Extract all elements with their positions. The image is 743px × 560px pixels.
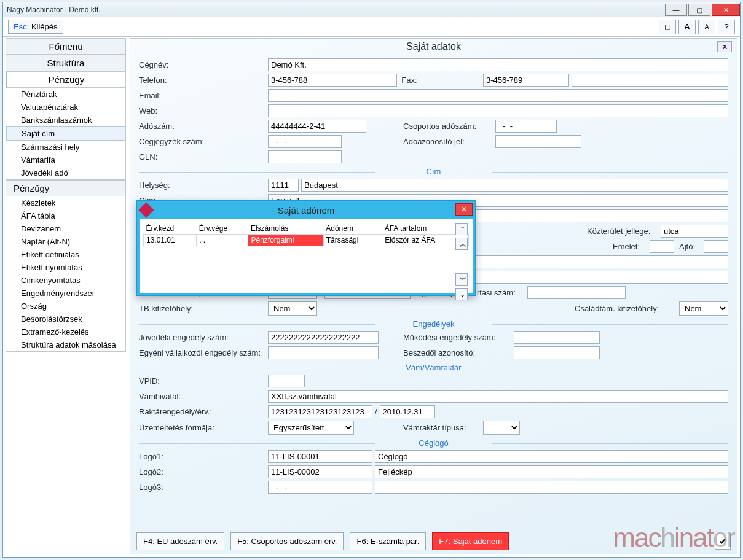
scroll-down-icon[interactable]: ︾ [455,273,468,286]
beszed-field[interactable] [514,346,600,359]
sidebar-item-devizanem[interactable]: Devizanem [6,222,125,235]
egyeni-field[interactable] [268,346,379,359]
confirm-check-button[interactable]: ✔ [715,534,731,550]
col-adonem[interactable]: Adónem [323,223,382,235]
label-fax: Fax: [397,76,422,85]
tb-kifiz-select[interactable]: Nem [268,301,317,316]
sidebar-item-besorolastorzsek[interactable]: Besorolástörzsek [6,313,125,325]
logo1-name-field[interactable] [375,450,728,463]
sidebar-item-struktura-adatok-masolasa[interactable]: Struktúra adatok másolása [6,338,125,351]
minimize-button[interactable]: — [665,4,687,16]
sidebar-item-bankszamlaszamok[interactable]: Bankszámlaszámok [6,114,125,126]
f5-button[interactable]: F5: Csoportos adószám érv. [230,532,344,550]
col-ervvege[interactable]: Érv.vége [197,223,248,235]
helyseg-field[interactable] [301,179,728,192]
sidebar-subheader-penzugy[interactable]: Pénzügy [6,180,126,196]
toolbar-help-icon[interactable]: ? [718,20,735,34]
label-logo3: Logó3: [139,483,268,492]
logo2-name-field[interactable] [375,465,728,478]
helyseg-irsz-field[interactable] [268,179,299,192]
sidebar-item-vamtarifa[interactable]: Vámtarifa [6,154,125,166]
sidebar-item-keszletek[interactable]: Készletek [6,196,125,209]
table-row[interactable]: 13.01.01 . . Pénzforgalmi Társasági Elős… [144,235,469,246]
scroll-up-icon[interactable]: ︽ [455,238,468,250]
label-kozterulet: Közterület jellege: [587,227,661,236]
toolbar-square-icon[interactable]: ◻ [659,20,676,34]
csalad-select[interactable]: Nem [679,301,728,316]
dialog-titlebar[interactable]: Saját adónem ✕ [137,201,475,219]
maximize-button[interactable]: ▢ [688,4,710,16]
vamtip-select[interactable] [483,421,520,435]
f4-button[interactable]: F4: EU adószám érv. [136,532,224,550]
fax-field-2[interactable] [572,74,728,87]
cegnev-field[interactable] [268,58,728,71]
ajto-field[interactable] [704,240,728,253]
f6-button[interactable]: F6: E-számla par. [350,532,426,550]
sidebar-item-szarmazasi-hely[interactable]: Származási hely [6,141,125,154]
vpid-field[interactable] [268,375,305,387]
col-elszamolas[interactable]: Elszámolás [248,223,323,235]
logo2-code-field[interactable] [268,465,372,478]
adoszam-field[interactable] [268,120,366,133]
email-field[interactable] [268,89,728,102]
group-vam: Vám/Vámraktár [139,363,728,372]
sidebar-item-sajat-cim[interactable]: Saját cím [6,126,125,141]
vamhiv-field[interactable] [268,390,728,403]
emelet-field[interactable] [650,240,674,253]
label-egyeni: Egyéni vállalkozói engedély szám: [139,348,268,357]
fax-field[interactable] [483,74,569,87]
web-field[interactable] [268,104,728,117]
scroll-bottom-icon[interactable]: ⌄ [455,288,468,300]
sidebar-item-penztarak[interactable]: Pénztárak [6,88,125,101]
col-ervkezd[interactable]: Érv.kezd [144,223,197,235]
scroll-top-icon[interactable]: ⌃ [455,223,468,235]
logo3-name-field[interactable] [375,481,728,494]
sidebar-item-afa-tabla[interactable]: ÁFA tábla [6,209,125,222]
kozterulet-field[interactable] [661,225,728,238]
csop-adoszam-field[interactable] [495,120,557,133]
telefon-field[interactable] [268,74,397,87]
label-beszed: Beszedői azonosító: [403,348,514,357]
adoazon-field[interactable] [495,135,581,148]
close-button[interactable]: ✕ [712,4,740,16]
panel-close-icon[interactable]: ✕ [717,41,732,52]
sidebar-item-etikett-nyomtatas[interactable]: Etikett nyomtatás [6,261,125,274]
cell-adonem[interactable]: Társasági [323,235,382,246]
label-logo1: Logó1: [139,452,268,461]
label-tb-kifiz: TB kifizetőhely: [139,304,268,313]
cell-ervvege[interactable]: . . [197,235,248,246]
mukod-field[interactable] [514,331,600,344]
logo1-code-field[interactable] [268,450,372,463]
group-cim: Cím [139,167,728,176]
esc-exit-button[interactable]: Esc: Kilépés [8,20,63,34]
content-header: Saját adatok ✕ [130,39,737,55]
joved-field[interactable] [268,331,379,344]
label-adoszam: Adószám: [139,122,268,131]
dialog-close-button[interactable]: ✕ [455,203,473,216]
label-logo2: Logó2: [139,467,268,476]
sidebar-cat-struktura[interactable]: Struktúra [6,55,126,71]
uzemel-select[interactable]: Egyszerűsített [268,421,354,435]
toolbar-font-small-icon[interactable]: A [698,20,715,34]
raktareng1-field[interactable] [268,405,372,418]
label-joved: Jövedéki engedély szám: [139,333,268,342]
sidebar-cat-fomenu[interactable]: Főmenü [6,38,126,55]
sidebar-item-naptar[interactable]: Naptár (Alt-N) [6,235,125,248]
logo3-code-field[interactable] [268,481,372,494]
cell-elszamolas[interactable]: Pénzforgalmi [248,235,323,246]
sidebar-item-orszag[interactable]: Ország [6,300,125,313]
raktareng2-field[interactable] [380,405,435,418]
gln-field[interactable] [268,150,342,163]
sidebar-item-etikett-definialas[interactable]: Etikett definiálás [6,248,125,261]
egbizt-field[interactable] [527,286,626,299]
toolbar-font-large-icon[interactable]: A [678,20,696,34]
sidebar-cat-penzugy[interactable]: Pénzügy [6,71,126,88]
cell-ervkezd[interactable]: 13.01.01 [144,235,197,246]
sidebar-item-valutapenztarak[interactable]: Valutapénztárak [6,101,125,114]
sidebar-item-engedmenyrendszer[interactable]: Engedményrendszer [6,287,125,300]
sidebar-item-extramezo-kezeles[interactable]: Extramező-kezelés [6,325,125,338]
cegjegyzek-field[interactable] [268,135,342,148]
f7-button[interactable]: F7: Saját adónem [432,532,509,550]
sidebar-item-jovedeki-ado[interactable]: Jövedéki adó [6,166,125,179]
sidebar-item-cimkenyomtatas[interactable]: Cimkenyomtatás [6,274,125,287]
